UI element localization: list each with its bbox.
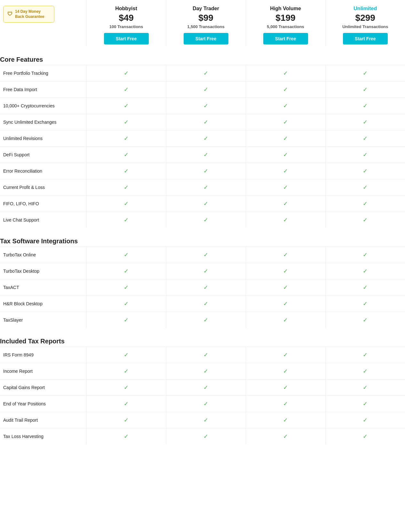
feature-name-2-0: IRS Form 8949 xyxy=(0,347,86,363)
feature-check-2-0-plan2: ✓ xyxy=(246,347,325,363)
check-icon: ✓ xyxy=(124,384,129,391)
shield-icon: 🛡 xyxy=(7,11,12,18)
feature-check-1-0-plan0: ✓ xyxy=(86,247,166,263)
feature-check-0-4-plan2: ✓ xyxy=(246,130,325,147)
check-icon: ✓ xyxy=(203,301,208,307)
feature-name-2-5: Tax Loss Harvesting xyxy=(0,428,86,445)
feature-row-2-3: End of Year Positions✓✓✓✓ xyxy=(0,396,405,412)
check-icon: ✓ xyxy=(363,401,368,407)
feature-check-0-3-plan3: ✓ xyxy=(325,114,405,130)
feature-check-1-0-plan1: ✓ xyxy=(166,247,246,263)
check-icon: ✓ xyxy=(124,268,129,274)
check-icon: ✓ xyxy=(363,368,368,374)
feature-check-0-5-plan3: ✓ xyxy=(325,147,405,163)
check-icon: ✓ xyxy=(363,103,368,109)
feature-check-1-1-plan0: ✓ xyxy=(86,263,166,279)
start-free-day-trader[interactable]: Start Free xyxy=(184,33,228,44)
check-icon: ✓ xyxy=(283,284,288,291)
feature-check-0-0-plan2: ✓ xyxy=(246,65,325,82)
section-title-0: Core Features xyxy=(0,55,405,64)
feature-check-2-2-plan3: ✓ xyxy=(325,379,405,396)
check-icon: ✓ xyxy=(363,417,368,423)
feature-row-0-6: Error Reconciliation✓✓✓✓ xyxy=(0,163,405,179)
feature-check-0-6-plan0: ✓ xyxy=(86,163,166,179)
check-icon: ✓ xyxy=(124,200,129,207)
section-title-2: Included Tax Reports xyxy=(0,337,405,345)
plan-name-high-volume: High Volume xyxy=(249,6,322,12)
feature-check-2-5-plan1: ✓ xyxy=(166,428,246,445)
feature-name-2-2: Capital Gains Report xyxy=(0,379,86,396)
check-icon: ✓ xyxy=(203,368,208,374)
start-free-high-volume[interactable]: Start Free xyxy=(263,33,308,44)
check-icon: ✓ xyxy=(124,184,129,191)
check-icon: ✓ xyxy=(203,417,208,423)
feature-check-0-1-plan1: ✓ xyxy=(166,82,246,98)
feature-check-1-2-plan2: ✓ xyxy=(246,279,325,296)
feature-check-1-2-plan0: ✓ xyxy=(86,279,166,296)
feature-row-0-1: Free Data Import✓✓✓✓ xyxy=(0,82,405,98)
feature-check-1-2-plan3: ✓ xyxy=(325,279,405,296)
check-icon: ✓ xyxy=(203,152,208,158)
check-icon: ✓ xyxy=(124,417,129,423)
plan-header-high-volume: High Volume $199 5,000 Transactions Star… xyxy=(246,0,325,46)
guarantee-text: 14 Day Money Back Guarantee xyxy=(15,9,50,19)
plan-name-hobbyist: Hobbyist xyxy=(90,6,163,12)
feature-check-0-3-plan2: ✓ xyxy=(246,114,325,130)
feature-check-1-1-plan3: ✓ xyxy=(325,263,405,279)
feature-check-0-5-plan1: ✓ xyxy=(166,147,246,163)
plan-price-day-trader: $99 xyxy=(170,13,242,23)
check-icon: ✓ xyxy=(203,119,208,125)
guarantee-badge: 🛡 14 Day Money Back Guarantee xyxy=(3,6,54,23)
feature-check-0-2-plan2: ✓ xyxy=(246,98,325,114)
feature-name-0-2: 10,000+ Cryptocurrencies xyxy=(0,98,86,114)
check-icon: ✓ xyxy=(124,119,129,125)
section-header-0: Core Features xyxy=(0,46,405,65)
feature-check-2-1-plan1: ✓ xyxy=(166,363,246,379)
feature-check-1-0-plan2: ✓ xyxy=(246,247,325,263)
check-icon: ✓ xyxy=(363,119,368,125)
check-icon: ✓ xyxy=(283,86,288,93)
plan-header-unlimited: Unlimited $299 Unlimited Transactions St… xyxy=(325,0,405,46)
pricing-table: 🛡 14 Day Money Back Guarantee Hobbyist $… xyxy=(0,0,405,444)
check-icon: ✓ xyxy=(283,268,288,274)
feature-check-0-9-plan2: ✓ xyxy=(246,212,325,228)
feature-check-0-2-plan1: ✓ xyxy=(166,98,246,114)
check-icon: ✓ xyxy=(124,103,129,109)
feature-check-0-0-plan0: ✓ xyxy=(86,65,166,82)
feature-check-1-3-plan3: ✓ xyxy=(325,296,405,312)
feature-row-1-3: H&R Block Desktop✓✓✓✓ xyxy=(0,296,405,312)
check-icon: ✓ xyxy=(283,200,288,207)
feature-name-0-1: Free Data Import xyxy=(0,82,86,98)
start-free-hobbyist[interactable]: Start Free xyxy=(104,33,149,44)
feature-check-2-2-plan2: ✓ xyxy=(246,379,325,396)
check-icon: ✓ xyxy=(203,217,208,223)
feature-check-2-3-plan0: ✓ xyxy=(86,396,166,412)
feature-check-0-9-plan0: ✓ xyxy=(86,212,166,228)
feature-name-2-4: Audit Trail Report xyxy=(0,412,86,428)
feature-check-0-0-plan1: ✓ xyxy=(166,65,246,82)
check-icon: ✓ xyxy=(363,268,368,274)
feature-row-1-1: TurboTax Desktop✓✓✓✓ xyxy=(0,263,405,279)
check-icon: ✓ xyxy=(283,152,288,158)
feature-check-1-3-plan0: ✓ xyxy=(86,296,166,312)
check-icon: ✓ xyxy=(283,119,288,125)
feature-row-2-0: IRS Form 8949✓✓✓✓ xyxy=(0,347,405,363)
plan-header-day-trader: Day Trader $99 1,500 Transactions Start … xyxy=(166,0,246,46)
feature-check-2-1-plan2: ✓ xyxy=(246,363,325,379)
feature-check-2-0-plan3: ✓ xyxy=(325,347,405,363)
feature-check-0-9-plan1: ✓ xyxy=(166,212,246,228)
check-icon: ✓ xyxy=(124,252,129,258)
check-icon: ✓ xyxy=(283,252,288,258)
feature-check-0-4-plan1: ✓ xyxy=(166,130,246,147)
check-icon: ✓ xyxy=(363,317,368,323)
feature-row-0-4: Unlimited Revisions✓✓✓✓ xyxy=(0,130,405,147)
feature-check-0-5-plan2: ✓ xyxy=(246,147,325,163)
feature-check-1-3-plan1: ✓ xyxy=(166,296,246,312)
check-icon: ✓ xyxy=(203,184,208,191)
feature-check-2-5-plan2: ✓ xyxy=(246,428,325,445)
feature-check-2-0-plan1: ✓ xyxy=(166,347,246,363)
start-free-unlimited[interactable]: Start Free xyxy=(343,33,388,44)
feature-check-0-9-plan3: ✓ xyxy=(325,212,405,228)
check-icon: ✓ xyxy=(283,168,288,174)
check-icon: ✓ xyxy=(363,352,368,358)
